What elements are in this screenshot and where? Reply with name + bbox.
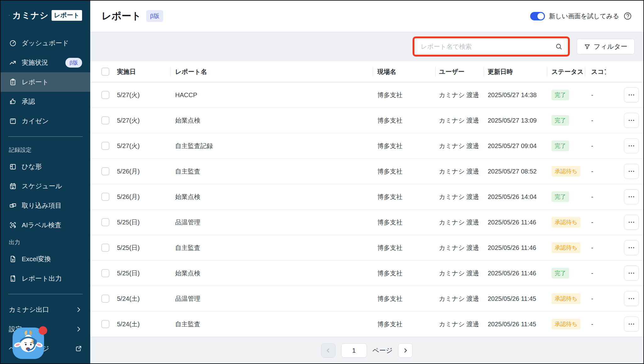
- sidebar-item-label: ひな形: [22, 162, 42, 171]
- cell-score: -: [585, 193, 606, 201]
- funnel-icon: [584, 43, 591, 50]
- sidebar-item-dashboard[interactable]: ダッシュボード: [1, 33, 90, 53]
- cell-site: 博多支社: [373, 193, 435, 201]
- table-row[interactable]: 5/24(土) 自主監査 博多支社 カミナシ 渡邊 2025/05/26 11:…: [90, 312, 643, 337]
- sidebar-item-excel-convert[interactable]: Excel変換: [1, 249, 90, 269]
- cell-user: カミナシ 渡邊: [435, 91, 484, 99]
- cell-user: カミナシ 渡邊: [435, 167, 484, 176]
- sidebar-item-reports[interactable]: レポート: [1, 72, 90, 92]
- cell-report-name: 品温管理: [170, 295, 373, 303]
- app-window: カミナシ レポート ダッシュボード 実施状況 β版 レ: [0, 0, 644, 364]
- row-menu-button[interactable]: [624, 317, 639, 332]
- row-checkbox[interactable]: [101, 167, 109, 175]
- row-checkbox[interactable]: [101, 218, 109, 226]
- help-icon[interactable]: [623, 12, 632, 20]
- table-row[interactable]: 5/27(火) HACCP 博多支社 カミナシ 渡邊 2025/05/27 14…: [90, 82, 643, 108]
- page-beta-badge: β版: [146, 10, 163, 22]
- page-header: レポート β版 新しい画面を試してみる: [90, 1, 643, 32]
- cell-site: 博多支社: [373, 142, 435, 150]
- row-menu-button[interactable]: [624, 189, 639, 204]
- sidebar-item-report-export[interactable]: レポート出力: [1, 269, 90, 288]
- prev-page-button: [321, 343, 336, 358]
- file-export-icon: [9, 275, 17, 282]
- cell-updated: 2025/05/26 11:45: [484, 321, 547, 328]
- row-checkbox[interactable]: [101, 269, 109, 277]
- sidebar-item-label: AIラベル検査: [22, 221, 61, 229]
- row-menu-button[interactable]: [624, 291, 639, 306]
- search-input[interactable]: [415, 39, 567, 54]
- cell-user: カミナシ 渡邊: [435, 142, 484, 150]
- cell-updated: 2025/05/26 11:46: [484, 244, 547, 251]
- sidebar-divider: [8, 294, 83, 294]
- cell-site: 博多支社: [373, 167, 435, 176]
- brand-product-badge: レポート: [52, 10, 82, 21]
- page-number-input[interactable]: [341, 343, 367, 358]
- sidebar-section-records: 記録設定: [1, 142, 90, 157]
- sidebar-item-kaminashi-deguchi[interactable]: カミナシ出口: [1, 300, 90, 319]
- row-checkbox[interactable]: [101, 244, 109, 252]
- status-badge: 承認待ち: [552, 217, 580, 228]
- cell-date: 5/24(土): [117, 320, 170, 328]
- cell-score: -: [585, 321, 606, 328]
- sidebar-item-status[interactable]: 実施状況 β版: [1, 53, 90, 72]
- cell-site: 博多支社: [373, 295, 435, 303]
- row-checkbox[interactable]: [101, 142, 109, 150]
- row-menu-button[interactable]: [624, 138, 639, 153]
- chat-widget-avatar[interactable]: [13, 328, 44, 359]
- table-row[interactable]: 5/24(土) 品温管理 博多支社 カミナシ 渡邊 2025/05/26 11:…: [90, 286, 643, 312]
- sidebar-item-label: Excel変換: [22, 255, 51, 263]
- cell-updated: 2025/05/26 11:45: [484, 295, 547, 302]
- cell-updated: 2025/05/27 13:09: [484, 117, 547, 124]
- column-header-score: スコア: [585, 61, 606, 82]
- column-header-status: ステータス: [547, 61, 585, 82]
- cell-site: 博多支社: [373, 320, 435, 328]
- row-checkbox[interactable]: [101, 193, 109, 201]
- sidebar-item-label: スケジュール: [22, 182, 62, 190]
- thumbs-up-icon: [9, 98, 17, 105]
- row-menu-button[interactable]: [624, 266, 639, 281]
- row-checkbox[interactable]: [101, 295, 109, 303]
- column-header-report-name: レポート名: [170, 61, 373, 82]
- status-badge: 完了: [552, 191, 569, 202]
- sidebar-item-kaizen[interactable]: カイゼン: [1, 111, 90, 131]
- next-page-button[interactable]: [398, 343, 413, 358]
- row-menu-button[interactable]: [624, 113, 639, 128]
- row-checkbox[interactable]: [101, 320, 109, 328]
- sidebar-item-import-items[interactable]: 取り込み項目: [1, 196, 90, 215]
- row-menu-button[interactable]: [624, 240, 639, 255]
- cell-updated: 2025/05/26 11:46: [484, 219, 547, 226]
- cell-score: -: [585, 168, 606, 175]
- cell-date: 5/26(月): [117, 193, 170, 201]
- row-menu-button[interactable]: [624, 87, 639, 102]
- table-row[interactable]: 5/25(日) 始業点検 博多支社 カミナシ 渡邊 2025/05/26 11:…: [90, 261, 643, 286]
- sidebar-item-schedule[interactable]: スケジュール: [1, 176, 90, 196]
- table-row[interactable]: 5/27(火) 始業点検 博多支社 カミナシ 渡邊 2025/05/27 13:…: [90, 108, 643, 133]
- kanban-board-icon: [9, 117, 17, 125]
- sidebar-item-label: 承認: [22, 97, 35, 106]
- cell-user: カミナシ 渡邊: [435, 244, 484, 252]
- cell-date: 5/24(土): [117, 295, 170, 303]
- cell-site: 博多支社: [373, 116, 435, 125]
- column-header-date: 実施日: [117, 61, 170, 82]
- search-icon[interactable]: [555, 43, 563, 50]
- row-checkbox[interactable]: [101, 91, 109, 99]
- status-badge: 完了: [552, 90, 569, 100]
- cell-report-name: 品温管理: [170, 218, 373, 227]
- table-row[interactable]: 5/27(火) 自主監査記録 博多支社 カミナシ 渡邊 2025/05/27 0…: [90, 133, 643, 159]
- select-all-checkbox[interactable]: [101, 68, 109, 76]
- row-menu-button[interactable]: [624, 215, 639, 230]
- table-row[interactable]: 5/25(日) 自主監査 博多支社 カミナシ 渡邊 2025/05/26 11:…: [90, 235, 643, 261]
- new-ui-toggle-label: 新しい画面を試してみる: [549, 12, 619, 20]
- table-row[interactable]: 5/25(日) 品温管理 博多支社 カミナシ 渡邊 2025/05/26 11:…: [90, 210, 643, 235]
- filter-button[interactable]: フィルター: [577, 39, 635, 54]
- new-ui-toggle[interactable]: [530, 12, 545, 20]
- brand-logo[interactable]: カミナシ レポート: [1, 8, 90, 23]
- table-row[interactable]: 5/26(月) 始業点検 博多支社 カミナシ 渡邊 2025/05/26 14:…: [90, 184, 643, 210]
- row-menu-button[interactable]: [624, 164, 639, 179]
- row-checkbox[interactable]: [101, 116, 109, 124]
- cell-score: -: [585, 219, 606, 226]
- sidebar-item-ai-label-inspection[interactable]: AIラベル検査: [1, 215, 90, 235]
- table-row[interactable]: 5/26(月) 自主監査 博多支社 カミナシ 渡邊 2025/05/27 08:…: [90, 159, 643, 184]
- sidebar-item-approval[interactable]: 承認: [1, 92, 90, 111]
- sidebar-item-template[interactable]: ひな形: [1, 157, 90, 176]
